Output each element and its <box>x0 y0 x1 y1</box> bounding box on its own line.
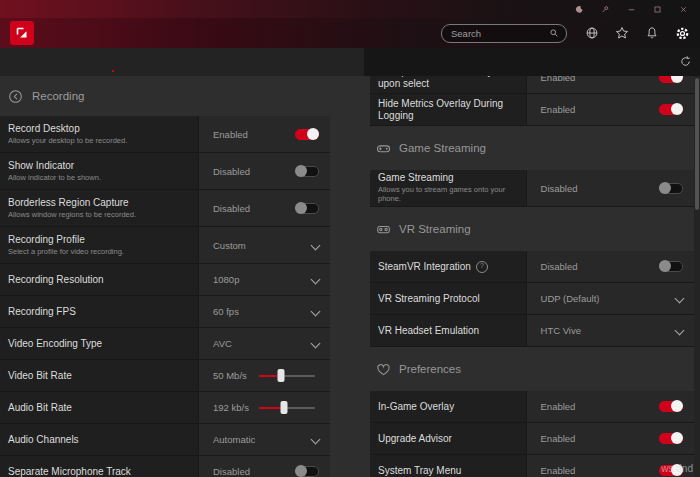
chevron-down-icon[interactable] <box>311 275 321 285</box>
toggle-knob <box>671 76 683 83</box>
minimize-icon[interactable] <box>627 5 636 14</box>
gamepad-icon <box>376 141 391 156</box>
toggle-switch[interactable] <box>659 401 683 412</box>
setting-label: System Tray Menu <box>378 465 461 477</box>
setting-label: Separate Microphone Track <box>8 466 131 477</box>
moon-icon[interactable] <box>575 5 584 14</box>
toggle-knob <box>671 103 683 115</box>
heart-icon <box>376 362 391 377</box>
setting-value: AVC <box>213 338 312 349</box>
back-icon[interactable] <box>8 89 23 104</box>
toggle-switch[interactable] <box>659 183 683 194</box>
toggle-switch[interactable] <box>659 76 683 83</box>
setting-label: SteamVR Integration <box>378 261 471 273</box>
tab-video[interactable] <box>50 48 64 76</box>
settings-row: Recording Resolution 1080p <box>0 264 330 296</box>
setting-label: Hide Metrics Overlay During Logging <box>378 98 516 122</box>
tab-general[interactable] <box>106 48 120 76</box>
search-box[interactable] <box>441 24 567 43</box>
setting-value: 192 kb/s <box>213 402 259 413</box>
toggle-switch[interactable] <box>659 261 683 272</box>
toggle-knob <box>671 432 683 444</box>
chevron-down-icon[interactable] <box>311 240 321 250</box>
section-title: VR Streaming <box>399 223 471 235</box>
settings-row: Game Streaming Allows you to stream game… <box>370 170 694 207</box>
tab-graphics[interactable] <box>22 48 36 76</box>
search-input[interactable] <box>449 27 544 40</box>
setting-label: Show Indicator <box>8 160 74 172</box>
amd-logo[interactable] <box>10 21 34 45</box>
settings-tabbar <box>0 48 700 76</box>
toggle-switch[interactable] <box>295 203 319 214</box>
slider[interactable] <box>259 401 315 414</box>
section-title: Game Streaming <box>399 142 486 154</box>
toggle-switch[interactable] <box>659 104 683 115</box>
help-icon[interactable]: ? <box>476 261 488 273</box>
toggle-knob <box>659 182 671 194</box>
maximize-icon[interactable] <box>653 5 662 14</box>
settings-row: Recording FPS 60 fps <box>0 296 330 328</box>
settings-row: Recording Profile Select a profile for v… <box>0 227 330 264</box>
chevron-down-icon[interactable] <box>675 326 685 336</box>
settings-row: Hide performance overlay upon select Ena… <box>370 76 694 94</box>
recording-header: Recording <box>0 76 330 116</box>
tab-accounts[interactable] <box>78 48 92 76</box>
scrollbar <box>694 76 700 477</box>
main-navbar <box>0 18 700 48</box>
toggle-switch[interactable] <box>295 129 319 140</box>
toggle-switch[interactable] <box>659 433 683 444</box>
toggle-knob <box>295 465 307 477</box>
settings-row: Video Encoding Type AVC <box>0 328 330 360</box>
setting-label: Recording Profile <box>8 234 85 246</box>
setting-label: Hide performance overlay upon select <box>378 76 516 90</box>
titlebar <box>0 0 700 18</box>
toggle-switch[interactable] <box>295 466 319 477</box>
reset-icon[interactable] <box>679 55 692 68</box>
chevron-down-icon[interactable] <box>311 339 321 349</box>
star-icon[interactable] <box>615 26 629 40</box>
setting-description: Select a profile for video recording. <box>8 248 188 257</box>
setting-value: UDP (Default) <box>541 293 676 304</box>
close-icon[interactable] <box>679 5 688 14</box>
settings-row: Upgrade Advisor Enabled <box>370 423 694 455</box>
settings-row: Borderless Region Capture Allows window … <box>0 190 330 227</box>
tab-devices[interactable] <box>92 48 106 76</box>
tab-system[interactable] <box>8 48 22 76</box>
setting-description: Allows window regions to be recorded. <box>8 211 188 220</box>
setting-value: HTC Vive <box>541 325 676 336</box>
bell-icon[interactable] <box>645 26 659 40</box>
setting-label: Video Encoding Type <box>8 338 102 350</box>
toggle-knob <box>671 400 683 412</box>
setting-label: Recording Resolution <box>8 274 104 286</box>
chevron-down-icon[interactable] <box>311 435 321 445</box>
setting-description: Allow indicator to be shown. <box>8 174 188 183</box>
slider-handle[interactable] <box>280 401 287 414</box>
vr-headset-icon <box>376 222 391 237</box>
gear-icon[interactable] <box>675 26 690 41</box>
settings-row: Separate Microphone Track Disabled <box>0 456 330 477</box>
toggle-knob <box>295 202 307 214</box>
scrollbar-thumb[interactable] <box>695 78 699 210</box>
slider-handle[interactable] <box>278 369 285 382</box>
tab-display[interactable] <box>36 48 50 76</box>
setting-value: 1080p <box>213 274 312 285</box>
setting-label: Upgrade Advisor <box>378 433 452 445</box>
tab-hotkeys[interactable] <box>64 48 78 76</box>
chevron-down-icon[interactable] <box>675 294 685 304</box>
toggle-knob <box>659 260 671 272</box>
setting-value: Enabled <box>541 465 659 476</box>
toggle-switch[interactable] <box>659 465 683 476</box>
settings-row: VR Headset Emulation HTC Vive <box>370 315 694 347</box>
setting-value: 60 fps <box>213 306 312 317</box>
setting-label: VR Streaming Protocol <box>378 293 480 305</box>
general-panel: Hide performance overlay upon select Ena… <box>370 76 694 477</box>
setting-value: Disabled <box>541 261 659 272</box>
setting-value: Automatic <box>213 434 312 445</box>
pin-icon[interactable] <box>601 5 610 14</box>
setting-label: Record Desktop <box>8 123 80 135</box>
globe-icon[interactable] <box>585 26 599 40</box>
chevron-down-icon[interactable] <box>311 307 321 317</box>
slider[interactable] <box>259 369 315 382</box>
toggle-switch[interactable] <box>295 166 319 177</box>
setting-label: VR Headset Emulation <box>378 325 479 337</box>
